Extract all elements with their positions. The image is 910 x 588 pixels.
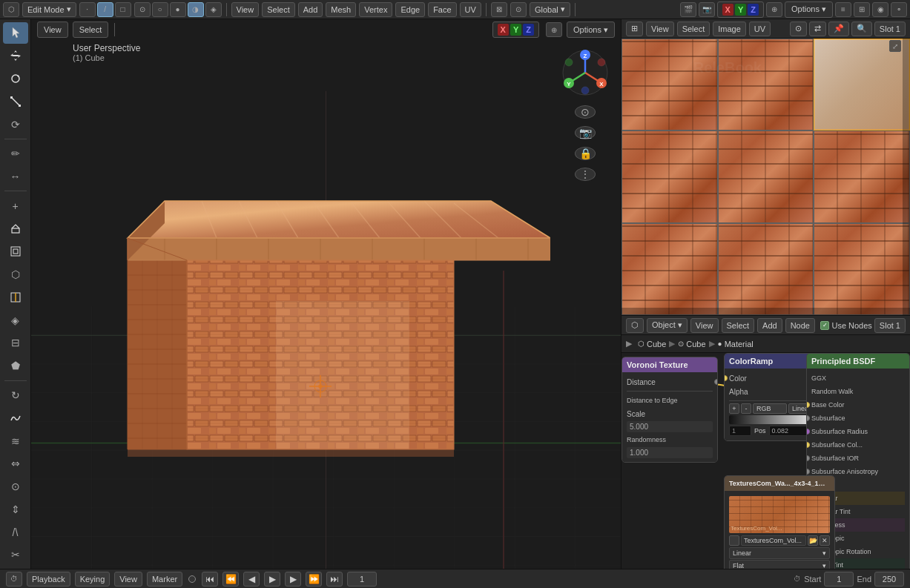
rotate-tool[interactable]: [3, 68, 28, 90]
inset-tool[interactable]: [3, 241, 28, 262]
scene-icon[interactable]: 🎬: [680, 2, 696, 17]
overlay-icon[interactable]: ⊙: [134, 2, 151, 17]
add-object-tool[interactable]: +: [3, 195, 28, 217]
node-add-menu[interactable]: Add: [757, 318, 782, 333]
breadcrumb-material[interactable]: ● Material: [718, 340, 754, 348]
bsdf-sub-aniso-in[interactable]: [806, 469, 810, 475]
start-frame-input[interactable]: [824, 572, 854, 587]
overlay-toggle-icon[interactable]: ◉: [872, 2, 888, 17]
colorramp-pos-num[interactable]: 1: [729, 426, 751, 436]
view-face-icon[interactable]: □: [115, 2, 131, 17]
node-select-menu[interactable]: Select: [722, 318, 755, 333]
node-editor-icon[interactable]: ⬡: [626, 318, 644, 333]
viewport-view-menu[interactable]: View: [37, 22, 68, 38]
transform-tool[interactable]: ⟳: [3, 113, 28, 135]
uv-hscrollbar[interactable]: [621, 308, 910, 315]
add-menu[interactable]: Add: [298, 2, 323, 17]
node-view-menu[interactable]: View: [690, 318, 719, 333]
breadcrumb-cube2[interactable]: ⊙ Cube: [678, 340, 705, 348]
uv-image-menu[interactable]: Image: [713, 22, 746, 36]
end-frame-input[interactable]: [874, 572, 904, 587]
face-menu[interactable]: Face: [428, 2, 456, 17]
options-btn[interactable]: Options ▾: [785, 1, 833, 18]
rip-tool[interactable]: ✂: [3, 544, 28, 566]
slot-label[interactable]: Slot 1: [874, 22, 906, 36]
image-linear-select[interactable]: Linear ▾: [729, 547, 830, 559]
mesh-menu[interactable]: Mesh: [326, 2, 356, 17]
go-last-btn[interactable]: ⏭: [326, 572, 343, 587]
image-flat-select[interactable]: Flat ▾: [729, 560, 830, 569]
spin-tool[interactable]: ↻: [3, 385, 28, 406]
animation-icon[interactable]: ⏱: [6, 572, 22, 587]
colorramp-remove-btn[interactable]: -: [741, 403, 751, 414]
current-frame-input[interactable]: [347, 572, 377, 587]
uv-view-menu[interactable]: View: [646, 22, 674, 36]
uv-editor-icon[interactable]: ⊞: [626, 22, 643, 36]
loop-cut-tool[interactable]: [3, 287, 28, 308]
move-tool[interactable]: [3, 45, 28, 67]
stats-icon[interactable]: ≡: [835, 2, 851, 17]
x-axis-btn[interactable]: X: [722, 4, 733, 16]
proportional-icon[interactable]: ⊙: [510, 2, 527, 17]
go-next-btn[interactable]: ⏩: [306, 572, 322, 587]
image-close-btn[interactable]: ✕: [820, 535, 830, 546]
poly-build-tool[interactable]: ⬟: [3, 355, 28, 377]
node-canvas[interactable]: Voronoi Texture Distance Distance to Edg…: [621, 353, 910, 569]
scale-tool[interactable]: [3, 90, 28, 112]
colorramp-in-socket[interactable]: [724, 375, 728, 381]
node-object-menu[interactable]: Object ▾: [647, 318, 688, 333]
step-next-btn[interactable]: ▶: [285, 572, 301, 587]
vp-options-btn[interactable]: Options ▾: [567, 22, 615, 38]
bevel-tool[interactable]: ⬡: [3, 264, 28, 285]
image-prev-btn[interactable]: [729, 535, 739, 546]
uv-zoom-icon[interactable]: 🔍: [851, 22, 872, 36]
cursor-tool[interactable]: [3, 22, 28, 44]
image-texture-node[interactable]: TexturesCom_Wa..._4x3-4_1K_albedo.tif Te…: [724, 475, 835, 569]
view-lock-icon[interactable]: 🔒: [575, 147, 596, 160]
node-slot-label[interactable]: Slot 1: [874, 318, 906, 333]
uv-mode-icon[interactable]: ⊙: [790, 22, 807, 36]
viewport-area[interactable]: View Select X Y Z ⊕ Options ▾ User Persp…: [31, 19, 621, 569]
uv-pin-icon[interactable]: 📌: [828, 22, 849, 36]
bsdf-subsurface-in[interactable]: [806, 415, 810, 421]
use-nodes-checkbox[interactable]: ✓: [820, 321, 829, 330]
marker-menu[interactable]: Marker: [147, 572, 182, 587]
edge-menu[interactable]: Edge: [395, 2, 425, 17]
go-first-btn[interactable]: ⏮: [202, 572, 218, 587]
gizmo-toggle-icon[interactable]: ⊞: [854, 2, 870, 17]
voronoi-random-value[interactable]: 1.000: [627, 447, 713, 458]
image-filename-field[interactable]: TexturesCom_Vol...: [741, 535, 806, 546]
wireframe-icon[interactable]: ○: [152, 2, 168, 17]
edge-slide-tool[interactable]: ⇔: [3, 453, 28, 475]
view-edge-icon[interactable]: /: [97, 2, 113, 17]
bsdf-base-color-in[interactable]: [806, 402, 810, 408]
image-folder-btn[interactable]: 📂: [808, 535, 818, 546]
y-axis-btn[interactable]: Y: [735, 4, 746, 16]
view-vertex-icon[interactable]: ·: [79, 2, 96, 17]
playback-menu[interactable]: Playback: [27, 572, 70, 587]
uv-texture-display[interactable]: ⤢: [621, 39, 910, 315]
colorramp-rgb-btn[interactable]: RGB: [753, 403, 787, 414]
measure-tool[interactable]: ↔: [3, 166, 28, 188]
edit-mode-dropdown[interactable]: Edit Mode ▾: [22, 2, 76, 17]
bsdf-sub-col-in[interactable]: [806, 442, 810, 448]
bisect-tool[interactable]: ⊟: [3, 332, 28, 354]
keying-menu[interactable]: Keying: [75, 572, 111, 587]
orientation-icon[interactable]: ⊕: [766, 2, 782, 17]
material-icon[interactable]: ◑: [188, 2, 204, 17]
editor-icon[interactable]: ⬡: [3, 2, 19, 17]
transform-dropdown[interactable]: Global ▾: [530, 2, 570, 17]
smooth-tool[interactable]: [3, 407, 28, 429]
orientation-gizmo[interactable]: Z X Y: [558, 46, 612, 99]
uv-zoom-fit[interactable]: ⤢: [889, 40, 901, 52]
persp-ortho-icon[interactable]: ⊙: [575, 105, 596, 119]
randomize-tool[interactable]: ≋: [3, 430, 28, 452]
vertex-menu[interactable]: Vertex: [359, 2, 392, 17]
annotate-tool[interactable]: ✏: [3, 143, 28, 165]
voronoi-scale-value[interactable]: 5.000: [627, 421, 713, 432]
view-more-icon[interactable]: ⋮: [575, 168, 596, 181]
z-axis-btn[interactable]: Z: [748, 4, 759, 16]
viewport-select-menu[interactable]: Select: [73, 22, 109, 38]
knife-tool[interactable]: ◈: [3, 309, 28, 331]
node-node-menu[interactable]: Node: [785, 318, 815, 333]
